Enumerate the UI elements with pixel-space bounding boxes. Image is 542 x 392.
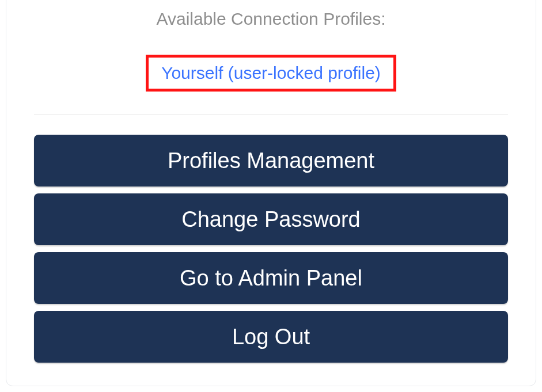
- change-password-button[interactable]: Change Password: [34, 193, 508, 245]
- profile-link-highlight: Yourself (user-locked profile): [146, 55, 396, 92]
- profile-link-yourself[interactable]: Yourself (user-locked profile): [161, 63, 381, 83]
- profiles-management-button[interactable]: Profiles Management: [34, 135, 508, 187]
- profiles-section: Available Connection Profiles: Yourself …: [34, 0, 508, 115]
- profiles-title: Available Connection Profiles:: [34, 9, 508, 29]
- button-stack: Profiles Management Change Password Go t…: [34, 135, 508, 363]
- panel-card: Available Connection Profiles: Yourself …: [6, 0, 536, 386]
- log-out-button[interactable]: Log Out: [34, 311, 508, 363]
- admin-panel-button[interactable]: Go to Admin Panel: [34, 252, 508, 304]
- divider: [34, 115, 508, 115]
